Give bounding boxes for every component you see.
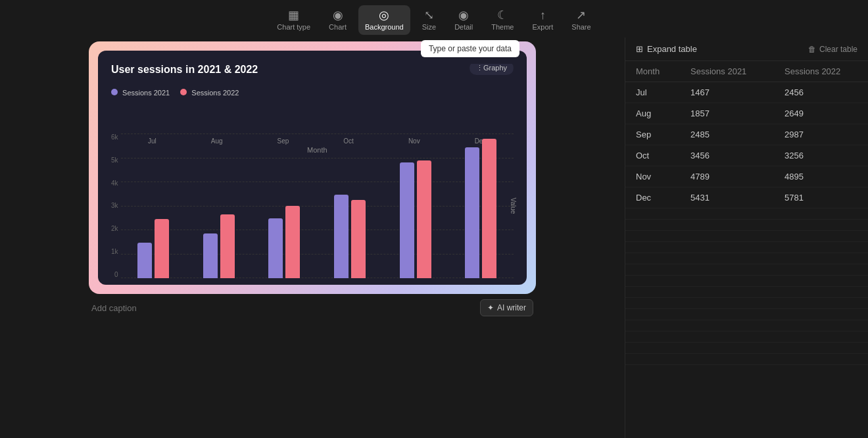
table-cell-col0[interactable]: Sep bbox=[625, 124, 680, 145]
main-content: Type or paste your data ⋮Graphy User ses… bbox=[0, 37, 868, 438]
table-cell-empty[interactable] bbox=[774, 242, 868, 253]
table-cell-empty[interactable] bbox=[680, 253, 774, 264]
table-cell-empty[interactable] bbox=[680, 331, 774, 343]
table-cell-empty[interactable] bbox=[625, 276, 680, 287]
toolbar-item-size[interactable]: ⤡Size bbox=[416, 5, 443, 35]
table-cell-empty[interactable] bbox=[625, 220, 680, 231]
table-cell-col2[interactable]: 2649 bbox=[774, 103, 868, 124]
table-cell-empty[interactable] bbox=[625, 320, 680, 331]
bar-2021-oct bbox=[334, 195, 349, 278]
toolbar-item-theme[interactable]: ☾Theme bbox=[485, 5, 520, 35]
table-cell-empty[interactable] bbox=[680, 220, 774, 231]
table-cell-empty[interactable] bbox=[625, 242, 680, 253]
table-cell-col2[interactable]: 2456 bbox=[774, 82, 868, 103]
table-cell-empty[interactable] bbox=[774, 264, 868, 276]
table-cell-empty[interactable] bbox=[774, 253, 868, 264]
bar-group-nov bbox=[400, 160, 431, 278]
table-cell-empty[interactable] bbox=[774, 331, 868, 343]
ai-icon: ✦ bbox=[487, 303, 494, 312]
table-cell-empty[interactable] bbox=[774, 320, 868, 331]
bar-2022-oct bbox=[351, 200, 366, 278]
table-row-empty bbox=[625, 242, 868, 253]
table-cell-col0[interactable]: Oct bbox=[625, 145, 680, 166]
table-cell-empty[interactable] bbox=[625, 309, 680, 320]
table-cell-empty[interactable] bbox=[680, 343, 774, 354]
table-cell-empty[interactable] bbox=[680, 276, 774, 287]
table-cell-empty[interactable] bbox=[625, 354, 680, 365]
bar-group-dec bbox=[465, 139, 496, 278]
table-cell-col0[interactable]: Jul bbox=[625, 82, 680, 103]
table-cell-empty[interactable] bbox=[680, 208, 774, 220]
table-cell-empty[interactable] bbox=[680, 242, 774, 253]
table-cell-empty[interactable] bbox=[774, 287, 868, 298]
table-cell-col1[interactable]: 1467 bbox=[680, 82, 774, 103]
table-cell-empty[interactable] bbox=[774, 354, 868, 365]
table-cell-empty[interactable] bbox=[680, 320, 774, 331]
table-cell-col1[interactable]: 4789 bbox=[680, 166, 774, 187]
table-cell-empty[interactable] bbox=[680, 231, 774, 242]
table-row-empty bbox=[625, 320, 868, 331]
table-row-empty bbox=[625, 298, 868, 309]
table-cell-col0[interactable]: Dec bbox=[625, 187, 680, 208]
table-cell-empty[interactable] bbox=[680, 309, 774, 320]
right-panel: ⊞ Expand table 🗑 Clear table Month Sessi… bbox=[625, 37, 868, 438]
y-axis-labels: 6k 5k 4k 3k 2k 1k 0 bbox=[111, 134, 118, 278]
table-cell-empty[interactable] bbox=[774, 220, 868, 231]
table-cell-empty[interactable] bbox=[774, 343, 868, 354]
chart-title: User sessions in 2021 & 2022 bbox=[111, 64, 514, 76]
table-cell-empty[interactable] bbox=[774, 309, 868, 320]
legend-dot-blue bbox=[111, 89, 118, 95]
table-cell-col0[interactable]: Nov bbox=[625, 166, 680, 187]
table-cell-empty[interactable] bbox=[774, 208, 868, 220]
table-cell-col1[interactable]: 2485 bbox=[680, 124, 774, 145]
table-cell-col2[interactable]: 4895 bbox=[774, 166, 868, 187]
toolbar-item-chart-type[interactable]: ▦Chart type bbox=[270, 5, 317, 35]
toolbar-item-chart[interactable]: ◉Chart bbox=[322, 5, 353, 35]
table-cell-empty[interactable] bbox=[680, 287, 774, 298]
table-cell-empty[interactable] bbox=[625, 298, 680, 309]
toolbar-item-share[interactable]: ↗Share bbox=[565, 5, 597, 35]
table-cell-col2[interactable]: 2987 bbox=[774, 124, 868, 145]
table-cell-empty[interactable] bbox=[625, 343, 680, 354]
toolbar-label-chart: Chart bbox=[329, 23, 347, 31]
table-cell-empty[interactable] bbox=[625, 253, 680, 264]
table-cell-col2[interactable]: 5781 bbox=[774, 187, 868, 208]
table-row-empty bbox=[625, 331, 868, 343]
bar-chart-container: 6k 5k 4k 3k 2k 1k 0 bbox=[111, 107, 514, 278]
toolbar-item-export[interactable]: ↑Export bbox=[526, 5, 560, 35]
table-cell-empty[interactable] bbox=[625, 264, 680, 276]
col-sessions-2022: Sessions 2022 bbox=[774, 61, 868, 82]
table-cell-empty[interactable] bbox=[625, 208, 680, 220]
table-cell-col1[interactable]: 1857 bbox=[680, 103, 774, 124]
chart-legend: Sessions 2021 Sessions 2022 bbox=[111, 89, 514, 97]
table-row: Oct34563256 bbox=[625, 145, 868, 166]
toolbar-label-export: Export bbox=[533, 23, 554, 31]
table-row-empty bbox=[625, 231, 868, 242]
table-cell-empty[interactable] bbox=[774, 276, 868, 287]
toolbar-item-detail[interactable]: ◉Detail bbox=[448, 5, 479, 35]
table-cell-empty[interactable] bbox=[680, 264, 774, 276]
toolbar-label-background: Background bbox=[365, 23, 404, 31]
table-cell-empty[interactable] bbox=[774, 298, 868, 309]
table-cell-empty[interactable] bbox=[625, 331, 680, 343]
bar-2022-aug bbox=[220, 214, 235, 278]
table-cell-empty[interactable] bbox=[774, 231, 868, 242]
table-cell-empty[interactable] bbox=[680, 298, 774, 309]
table-cell-empty[interactable] bbox=[625, 231, 680, 242]
table-cell-col1[interactable]: 3456 bbox=[680, 145, 774, 166]
legend-item-2022: Sessions 2022 bbox=[180, 89, 239, 97]
ai-writer-button[interactable]: ✦ AI writer bbox=[480, 299, 533, 316]
legend-dot-pink bbox=[180, 89, 187, 95]
table-container: Month Sessions 2021 Sessions 2022 Jul146… bbox=[625, 61, 868, 438]
table-cell-col2[interactable]: 3256 bbox=[774, 145, 868, 166]
clear-table-area[interactable]: 🗑 Clear table bbox=[808, 45, 857, 54]
expand-table-area[interactable]: ⊞ Expand table bbox=[636, 44, 697, 54]
table-row: Nov47894895 bbox=[625, 166, 868, 187]
table-cell-col0[interactable]: Aug bbox=[625, 103, 680, 124]
table-cell-empty[interactable] bbox=[680, 354, 774, 365]
caption-input[interactable] bbox=[91, 303, 480, 313]
table-header-row: Month Sessions 2021 Sessions 2022 bbox=[625, 61, 868, 82]
table-cell-empty[interactable] bbox=[625, 287, 680, 298]
table-cell-col1[interactable]: 5431 bbox=[680, 187, 774, 208]
toolbar-item-background[interactable]: ◎Background bbox=[358, 5, 410, 35]
